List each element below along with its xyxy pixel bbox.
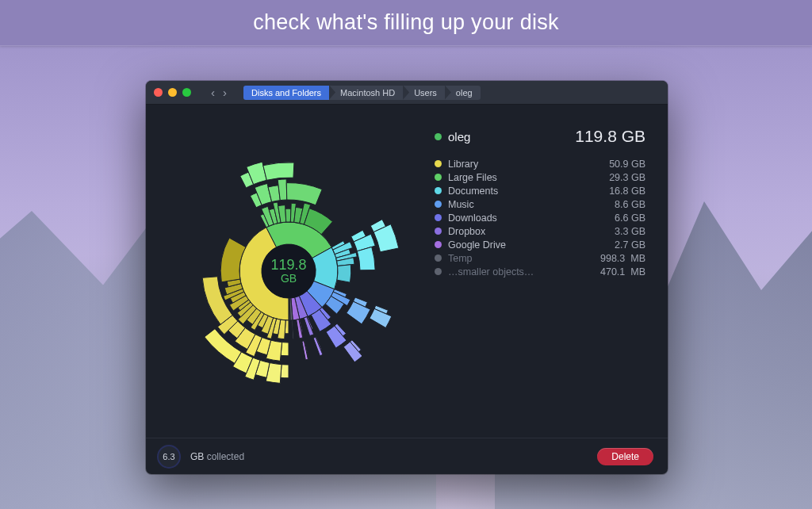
legend-dot [435,187,442,194]
legend-size: 29.3 GB [609,172,645,183]
app-window: ‹ › Disks and Folders Macintosh HD Users… [146,81,668,474]
legend-row[interactable]: Large Files29.3 GB [435,170,645,184]
svg-point-0 [262,244,316,298]
zoom-icon[interactable] [182,88,191,97]
legend-label: Dropbox [448,226,485,237]
legend-label: Temp [448,253,473,264]
legend-row[interactable]: Google Drive2.7 GB [435,238,645,251]
promo-tagline: check what's filling up your disk [253,10,559,35]
legend-dot [435,174,442,181]
crumb-3[interactable]: oleg [445,86,481,100]
forward-button[interactable]: › [219,86,231,99]
legend-size: 2.7 GB [615,239,645,251]
legend-size: 8.6 GB [615,199,645,210]
legend-size: 16.8 GB [609,186,645,197]
crumb-1[interactable]: Macintosh HD [329,86,403,100]
collected-value: 6.3 [163,452,174,461]
titlebar: ‹ › Disks and Folders Macintosh HD Users… [146,81,668,105]
legend-label: Google Drive [448,239,506,251]
promo-banner: check what's filling up your disk [0,0,812,46]
legend-dot [435,201,442,208]
nav-arrows: ‹ › [207,86,231,99]
legend-row[interactable]: …smaller objects…470.1 MB [435,265,645,278]
collected-badge[interactable]: 6.3 [157,445,181,469]
legend-label: …smaller objects… [448,266,534,277]
legend-dot [435,241,442,248]
legend-header: oleg 119.8 GB [435,127,645,146]
legend-head-size: 119.8 GB [575,127,645,146]
legend-size: 50.9 GB [609,159,645,170]
legend-size: 998.3 MB [600,253,645,264]
traffic-lights [154,88,191,97]
sunburst-svg [158,140,419,402]
sunburst-chart[interactable]: 119.8 GB [146,105,431,438]
back-button[interactable]: ‹ [207,86,219,99]
legend-row[interactable]: Downloads6.6 GB [435,211,645,224]
legend-head-dot [435,133,442,140]
legend-dot [435,254,442,262]
legend-dot [435,214,442,221]
footer: 6.3 GB collected Delete [146,438,668,474]
legend-dot [435,228,442,235]
crumb-root[interactable]: Disks and Folders [243,86,329,100]
legend-head-name: oleg [448,130,470,144]
legend: oleg 119.8 GB Library50.9 GBLarge Files2… [431,105,668,438]
legend-size: 3.3 GB [615,226,645,237]
delete-button[interactable]: Delete [597,448,653,465]
crumb-2[interactable]: Users [403,86,445,100]
minimize-icon[interactable] [168,88,177,97]
legend-label: Downloads [448,212,497,224]
close-icon[interactable] [154,88,163,97]
legend-label: Music [448,199,474,210]
legend-label: Large Files [448,172,497,183]
legend-size: 6.6 GB [615,212,645,224]
legend-row[interactable]: Temp998.3 MB [435,251,645,265]
legend-label: Library [448,159,478,170]
legend-size: 470.1 MB [600,266,645,277]
legend-dot [435,268,442,275]
legend-dot [435,160,442,167]
legend-label: Documents [448,186,498,197]
legend-row[interactable]: Documents16.8 GB [435,184,645,197]
legend-row[interactable]: Music8.6 GB [435,197,645,211]
legend-row[interactable]: Library50.9 GB [435,157,645,170]
legend-row[interactable]: Dropbox3.3 GB [435,224,645,238]
breadcrumb: Disks and Folders Macintosh HD Users ole… [243,86,481,100]
collected-text: GB collected [190,451,244,462]
